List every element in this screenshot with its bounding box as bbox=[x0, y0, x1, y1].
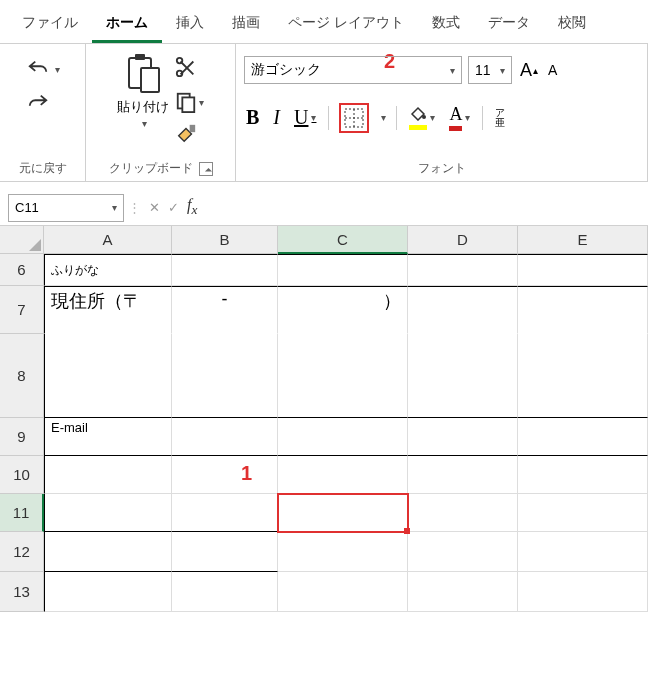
copy-button[interactable]: ▾ bbox=[175, 91, 204, 113]
tab-draw[interactable]: 描画 bbox=[218, 6, 274, 43]
cell-A10[interactable] bbox=[44, 456, 172, 494]
borders-button[interactable] bbox=[339, 103, 369, 133]
cell-C8[interactable] bbox=[278, 334, 408, 418]
cell-D12[interactable] bbox=[408, 532, 518, 572]
cell-E8[interactable] bbox=[518, 334, 648, 418]
undo-button[interactable]: ▾ bbox=[21, 56, 64, 82]
cell-B8[interactable] bbox=[172, 334, 278, 418]
format-painter-button[interactable] bbox=[175, 123, 204, 148]
row-header-13[interactable]: 13 bbox=[0, 572, 44, 612]
cell-C10[interactable] bbox=[278, 456, 408, 494]
cell-E6[interactable] bbox=[518, 254, 648, 286]
font-color-button[interactable]: A▾ bbox=[447, 102, 472, 133]
cell-E13[interactable] bbox=[518, 572, 648, 612]
italic-button[interactable]: I bbox=[271, 104, 282, 131]
col-header-C[interactable]: C bbox=[278, 226, 408, 254]
enter-icon[interactable]: ✓ bbox=[168, 200, 179, 215]
tab-insert[interactable]: 挿入 bbox=[162, 6, 218, 43]
cell-D11[interactable] bbox=[408, 494, 518, 532]
cell-E10[interactable] bbox=[518, 456, 648, 494]
col-header-A[interactable]: A bbox=[44, 226, 172, 254]
cell-A9[interactable]: E-mail bbox=[44, 418, 172, 456]
svg-rect-6 bbox=[182, 97, 194, 112]
cell-A12[interactable] bbox=[44, 532, 172, 572]
cell-B11[interactable] bbox=[172, 494, 278, 532]
tab-file[interactable]: ファイル bbox=[8, 6, 92, 43]
fx-icon[interactable]: fx bbox=[187, 196, 197, 218]
chevron-down-icon: ▾ bbox=[430, 112, 435, 123]
borders-icon bbox=[344, 108, 364, 128]
cell-B7[interactable]: - bbox=[172, 286, 278, 334]
paste-label: 貼り付け bbox=[117, 98, 169, 116]
cell-D13[interactable] bbox=[408, 572, 518, 612]
col-header-D[interactable]: D bbox=[408, 226, 518, 254]
redo-button[interactable] bbox=[21, 90, 64, 116]
tab-pagelayout[interactable]: ページ レイアウト bbox=[274, 6, 418, 43]
cell-C9[interactable] bbox=[278, 418, 408, 456]
row-header-9[interactable]: 9 bbox=[0, 418, 44, 456]
underline-button[interactable]: U▾ bbox=[292, 104, 318, 131]
cell-B6[interactable] bbox=[172, 254, 278, 286]
cell-C12[interactable] bbox=[278, 532, 408, 572]
tab-formulas[interactable]: 数式 bbox=[418, 6, 474, 43]
cell-A8[interactable] bbox=[44, 334, 172, 418]
cell-B10[interactable] bbox=[172, 456, 278, 494]
cell-E7[interactable] bbox=[518, 286, 648, 334]
callout-1: 1 bbox=[241, 462, 252, 485]
cell-D8[interactable] bbox=[408, 334, 518, 418]
chevron-down-icon: ▾ bbox=[465, 112, 470, 123]
cell-A6[interactable]: ふりがな bbox=[44, 254, 172, 286]
cell-E11[interactable] bbox=[518, 494, 648, 532]
row-header-11[interactable]: 11 bbox=[0, 494, 44, 532]
cell-B13[interactable] bbox=[172, 572, 278, 612]
row-header-7[interactable]: 7 bbox=[0, 286, 44, 334]
cell-A7[interactable]: 現住所（〒 bbox=[44, 286, 172, 334]
col-header-E[interactable]: E bbox=[518, 226, 648, 254]
scissors-icon bbox=[175, 56, 197, 78]
cell-D10[interactable] bbox=[408, 456, 518, 494]
cell-E12[interactable] bbox=[518, 532, 648, 572]
row-header-10[interactable]: 10 bbox=[0, 456, 44, 494]
row-header-6[interactable]: 6 bbox=[0, 254, 44, 286]
cell-B9[interactable] bbox=[172, 418, 278, 456]
worksheet-grid[interactable]: A B C D E 6 ふりがな 7 現住所（〒 - ） 8 9 E-mail bbox=[0, 226, 648, 612]
font-size-combo[interactable]: 11 ▾ bbox=[468, 56, 512, 84]
grip-icon[interactable]: ⋮ bbox=[128, 200, 139, 215]
cell-C13[interactable] bbox=[278, 572, 408, 612]
cell-C11[interactable] bbox=[278, 494, 408, 532]
cancel-icon[interactable]: ✕ bbox=[149, 200, 160, 215]
tab-home[interactable]: ホーム bbox=[92, 6, 162, 43]
cell-B12[interactable] bbox=[172, 532, 278, 572]
selection-handle[interactable] bbox=[404, 528, 410, 534]
row-header-12[interactable]: 12 bbox=[0, 532, 44, 572]
name-box[interactable]: C11 ▾ bbox=[8, 194, 124, 222]
select-all-button[interactable] bbox=[0, 226, 44, 254]
cut-button[interactable] bbox=[175, 56, 204, 81]
cell-A11[interactable] bbox=[44, 494, 172, 532]
paste-button[interactable]: 貼り付け ▾ bbox=[117, 50, 169, 129]
fill-color-button[interactable]: ▾ bbox=[407, 103, 437, 132]
phonetic-button[interactable]: ア 亜 bbox=[493, 106, 507, 130]
cell-D6[interactable] bbox=[408, 254, 518, 286]
group-undo: ▾ 元に戻す bbox=[0, 44, 86, 181]
cell-C7[interactable]: ） bbox=[278, 286, 408, 334]
formula-bar[interactable] bbox=[207, 194, 642, 222]
increase-font-button[interactable]: A▴ bbox=[518, 58, 540, 83]
cell-A13[interactable] bbox=[44, 572, 172, 612]
cell-C6[interactable] bbox=[278, 254, 408, 286]
clipboard-label-text: クリップボード bbox=[109, 160, 193, 177]
cell-D7[interactable] bbox=[408, 286, 518, 334]
col-header-B[interactable]: B bbox=[172, 226, 278, 254]
bold-button[interactable]: B bbox=[244, 104, 261, 131]
chevron-down-icon[interactable]: ▾ bbox=[381, 112, 386, 123]
decrease-font-button[interactable]: A bbox=[546, 60, 559, 80]
group-undo-label: 元に戻す bbox=[19, 156, 67, 177]
font-name-combo[interactable]: 游ゴシック ▾ bbox=[244, 56, 462, 84]
tab-data[interactable]: データ bbox=[474, 6, 544, 43]
cell-E9[interactable] bbox=[518, 418, 648, 456]
group-clipboard-label: クリップボード bbox=[109, 156, 213, 177]
clipboard-launcher[interactable] bbox=[199, 162, 213, 176]
tab-review[interactable]: 校閲 bbox=[544, 6, 600, 43]
row-header-8[interactable]: 8 bbox=[0, 334, 44, 418]
cell-D9[interactable] bbox=[408, 418, 518, 456]
